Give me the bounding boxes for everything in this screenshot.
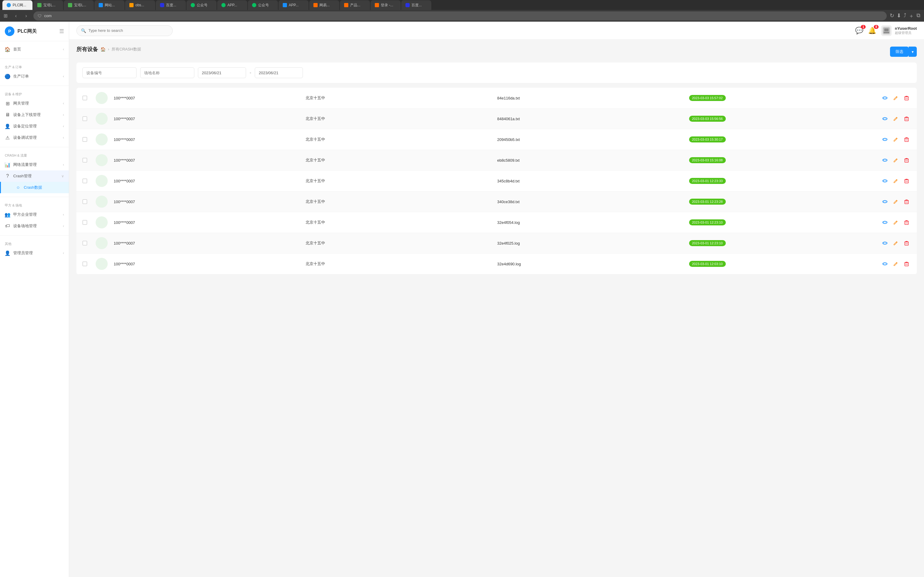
- tab-favicon-baidu1: [160, 3, 164, 7]
- row-edit-button-6[interactable]: [892, 218, 900, 227]
- tab-baidu2[interactable]: 百度...: [401, 0, 431, 10]
- sidebar-item-device-debug[interactable]: ⚠ 设备调试管理 ‹: [0, 132, 69, 143]
- nav-back-button[interactable]: ‹: [12, 12, 20, 20]
- row-delete-button-4[interactable]: [902, 177, 911, 185]
- refresh-icon[interactable]: ↻: [890, 12, 894, 19]
- share-icon[interactable]: ⤴: [903, 12, 906, 19]
- nav-forward-button[interactable]: ›: [22, 12, 31, 20]
- filter-button[interactable]: 筛选: [890, 47, 909, 57]
- sidebar-item-partner-company[interactable]: 👥 甲方企业管理 ‹: [0, 209, 69, 220]
- row-file-8: 32e4d690.log: [497, 262, 684, 266]
- sidebar-item-crash-data[interactable]: ○ Crash数据: [0, 182, 69, 193]
- sidebar-item-crash-mgmt[interactable]: ? Crash管理 ∨: [0, 171, 69, 182]
- row-delete-button-1[interactable]: [902, 114, 911, 123]
- tab-manager-icon[interactable]: ⧉: [916, 12, 921, 19]
- sidebar-item-device-location-label: 设备定位管理: [13, 124, 60, 129]
- row-view-button-8[interactable]: [881, 259, 889, 268]
- chat-button[interactable]: 💬 1: [855, 27, 863, 35]
- row-time-0: 2023-03-03 15:57:02: [689, 95, 876, 101]
- table-row: ♻ 100****0007 北京十五中 32e4f054.log 2023-03…: [76, 212, 917, 233]
- filter-date-start[interactable]: [198, 67, 246, 78]
- row-checkbox-2[interactable]: [82, 137, 90, 142]
- row-view-button-7[interactable]: [881, 239, 889, 247]
- row-checkbox-7[interactable]: [82, 241, 90, 245]
- row-location-8: 北京十五中: [305, 261, 493, 267]
- row-checkbox-0[interactable]: [82, 95, 90, 100]
- row-checkbox-5[interactable]: [82, 199, 90, 204]
- sidebar-item-home[interactable]: 🏠 首页 ‹: [0, 44, 69, 55]
- row-edit-button-8[interactable]: [892, 259, 900, 268]
- sidebar-menu-toggle-icon[interactable]: ☰: [59, 28, 64, 35]
- row-edit-button-7[interactable]: [892, 239, 900, 247]
- row-edit-button-4[interactable]: [892, 177, 900, 185]
- sidebar-item-network-traffic[interactable]: 📊 网络流量管理 ‹: [0, 159, 69, 171]
- tab-baidu1[interactable]: 百度...: [156, 0, 186, 10]
- tab-net[interactable]: 网站...: [94, 0, 124, 10]
- row-delete-button-5[interactable]: [902, 197, 911, 206]
- sidebar-item-production-order[interactable]: 🔵 生产订单 ‹: [0, 71, 69, 82]
- row-checkbox-4[interactable]: [82, 179, 90, 183]
- row-edit-button-5[interactable]: [892, 197, 900, 206]
- row-delete-button-6[interactable]: [902, 218, 911, 227]
- row-delete-button-0[interactable]: [902, 94, 911, 102]
- address-bar[interactable]: 🛡 com: [33, 11, 887, 21]
- filter-date-end[interactable]: [255, 67, 303, 78]
- row-delete-button-8[interactable]: [902, 259, 911, 268]
- row-view-button-4[interactable]: [881, 177, 889, 185]
- tab-app1[interactable]: APP...: [217, 0, 247, 10]
- row-view-button-6[interactable]: [881, 218, 889, 227]
- tab-product[interactable]: 产品...: [340, 0, 370, 10]
- sidebar-item-device-site[interactable]: 🏷 设备场地管理 ‹: [0, 220, 69, 232]
- search-input[interactable]: [89, 28, 168, 33]
- filter-device-input[interactable]: [82, 67, 137, 78]
- row-view-button-3[interactable]: [881, 156, 889, 164]
- row-delete-button-2[interactable]: [902, 135, 911, 143]
- svg-rect-3: [884, 32, 889, 33]
- row-delete-button-7[interactable]: [902, 239, 911, 247]
- row-time-6: 2023-03-01 12:23:10: [689, 219, 876, 226]
- tab-wangyi[interactable]: 网易...: [309, 0, 339, 10]
- svg-point-11: [96, 113, 108, 125]
- row-view-button-0[interactable]: [881, 94, 889, 102]
- download-icon[interactable]: ⬇: [897, 12, 901, 19]
- row-actions-4: [881, 177, 911, 185]
- filter-site-input[interactable]: [140, 67, 194, 78]
- row-edit-button-2[interactable]: [892, 135, 900, 143]
- user-info[interactable]: nYuserRoot 超级管理员: [881, 25, 917, 36]
- row-file-4: 345c8b4d.txt: [497, 179, 684, 183]
- tab-obs[interactable]: obs...: [125, 0, 155, 10]
- row-checkbox-1[interactable]: [82, 116, 90, 121]
- tab-plc[interactable]: PLC网...: [2, 0, 32, 10]
- tab-bt1[interactable]: 宝塔L...: [33, 0, 63, 10]
- filter-dash: -: [250, 70, 251, 76]
- row-view-button-2[interactable]: [881, 135, 889, 143]
- breadcrumb-crash-data[interactable]: 所有CRASH数据: [111, 47, 141, 52]
- filter-more-button[interactable]: ▾: [909, 47, 917, 57]
- row-checkbox-8[interactable]: [82, 261, 90, 266]
- tab-wx2[interactable]: 公众号: [248, 0, 278, 10]
- sidebar-item-device-online[interactable]: 🖥 设备上下线管理 ‹: [0, 109, 69, 121]
- sidebar-item-admin-mgmt[interactable]: 👤 管理员管理 ‹: [0, 247, 69, 259]
- tab-app2[interactable]: APP...: [278, 0, 309, 10]
- row-checkbox-6[interactable]: [82, 220, 90, 225]
- tab-login[interactable]: 登录 -...: [371, 0, 401, 10]
- row-checkbox-3[interactable]: [82, 158, 90, 163]
- row-edit-button-0[interactable]: [892, 94, 900, 102]
- row-edit-button-3[interactable]: [892, 156, 900, 164]
- browser-chrome: PLC网... 宝塔L... 宝塔L... 网站... obs... 百度...…: [0, 0, 924, 22]
- sidebar-item-device-location[interactable]: 👤 设备定位管理 ‹: [0, 121, 69, 132]
- new-tab-icon[interactable]: ＋: [909, 12, 914, 19]
- sidebar-toggle-icon[interactable]: ⊞: [3, 13, 8, 19]
- tab-bt2[interactable]: 宝塔L...: [64, 0, 94, 10]
- tab-wx1[interactable]: 公众号: [186, 0, 216, 10]
- row-edit-button-1[interactable]: [892, 114, 900, 123]
- tab-favicon-app1: [221, 3, 226, 7]
- sidebar-item-gateway-mgmt[interactable]: ⊞ 网关管理 ‹: [0, 98, 69, 109]
- row-view-button-5[interactable]: [881, 197, 889, 206]
- row-view-button-1[interactable]: [881, 114, 889, 123]
- notification-button[interactable]: 🔔 8: [868, 27, 876, 35]
- svg-point-25: [96, 154, 108, 166]
- svg-rect-2: [884, 29, 888, 31]
- search-box[interactable]: 🔍: [76, 25, 173, 36]
- row-delete-button-3[interactable]: [902, 156, 911, 164]
